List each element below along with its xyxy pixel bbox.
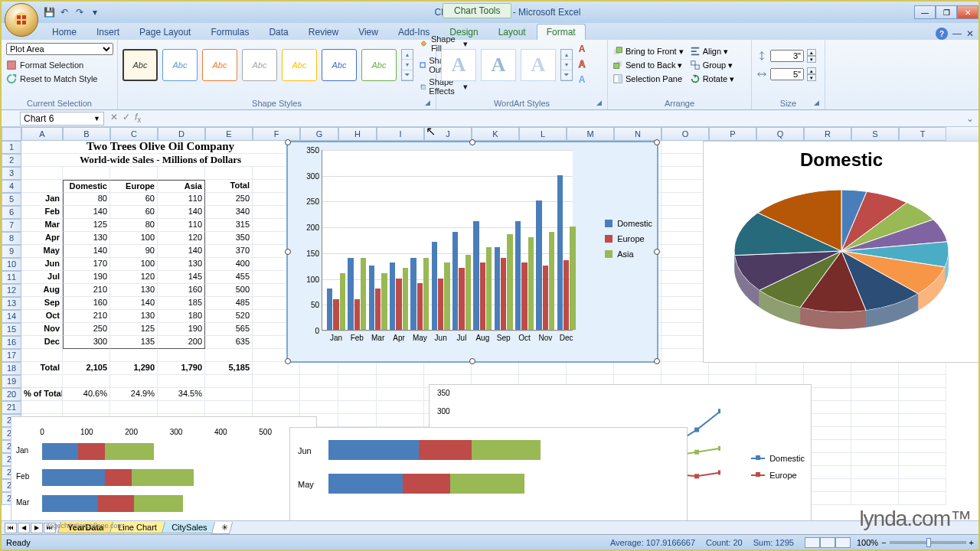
cell[interactable]: [662, 297, 709, 310]
cell[interactable]: 485: [205, 297, 253, 310]
shape-style-swatch[interactable]: Abc: [242, 49, 277, 81]
cell[interactable]: Feb: [21, 206, 63, 219]
cell[interactable]: [253, 362, 300, 375]
cell[interactable]: [110, 167, 158, 180]
shape-style-swatch[interactable]: Abc: [322, 49, 357, 81]
cell[interactable]: 40.6%: [63, 388, 110, 401]
rotate-button[interactable]: Rotate ▾: [690, 73, 734, 84]
cell[interactable]: [63, 401, 110, 414]
close-button[interactable]: ✕: [957, 5, 978, 19]
shape-style-swatch[interactable]: Abc: [202, 49, 237, 81]
name-box[interactable]: Chart 6▼: [20, 112, 104, 126]
cell[interactable]: 130: [110, 310, 158, 323]
tab-formulas[interactable]: Formulas: [201, 24, 258, 40]
cell[interactable]: [804, 362, 851, 375]
cell[interactable]: 190: [63, 271, 110, 284]
chart-title[interactable]: Domestic: [704, 142, 978, 178]
text-effects-icon[interactable]: A: [576, 74, 588, 86]
cell[interactable]: [662, 349, 709, 362]
shape-style-swatch[interactable]: Abc: [122, 49, 158, 81]
column-header[interactable]: C: [110, 127, 158, 141]
column-header[interactable]: G: [300, 127, 338, 141]
tab-next-icon[interactable]: ▶: [31, 523, 43, 533]
cell[interactable]: 200: [158, 336, 205, 349]
cell[interactable]: 350: [205, 232, 253, 245]
cell[interactable]: 455: [205, 271, 253, 284]
cell[interactable]: 160: [158, 284, 205, 297]
text-outline-icon[interactable]: A: [576, 59, 588, 71]
cell[interactable]: [662, 193, 709, 206]
row-header[interactable]: 5: [2, 193, 21, 206]
cell[interactable]: 190: [158, 323, 205, 336]
shape-style-swatch[interactable]: Abc: [282, 49, 317, 81]
cell[interactable]: [338, 401, 377, 414]
cell[interactable]: [110, 401, 158, 414]
cell[interactable]: 520: [205, 310, 253, 323]
cell[interactable]: [662, 336, 709, 349]
cell[interactable]: [338, 388, 377, 401]
cell[interactable]: 130: [158, 258, 205, 271]
row-header[interactable]: 7: [2, 219, 21, 232]
cell[interactable]: [519, 362, 567, 375]
cell[interactable]: 120: [158, 232, 205, 245]
row-header[interactable]: 4: [2, 180, 21, 193]
tab-home[interactable]: Home: [43, 24, 86, 40]
cell[interactable]: [253, 388, 300, 401]
chart-pie-domestic[interactable]: Domestic: [703, 141, 978, 363]
dialog-launcher-icon[interactable]: ◢: [814, 99, 823, 108]
cell[interactable]: Asia: [158, 180, 205, 193]
shape-style-swatch[interactable]: Abc: [361, 49, 397, 81]
cell[interactable]: [899, 479, 946, 492]
cell[interactable]: World-wide Sales - Millions of Dollars: [21, 154, 300, 167]
cell[interactable]: Total: [205, 180, 253, 193]
cell[interactable]: 140: [158, 206, 205, 219]
send-to-back-button[interactable]: Send to Back ▾: [612, 60, 684, 70]
column-header[interactable]: H: [338, 127, 377, 141]
spin-down-icon[interactable]: ▾: [807, 74, 816, 81]
cell[interactable]: [158, 375, 205, 388]
tab-review[interactable]: Review: [299, 24, 348, 40]
chart-stacked-bar-top[interactable]: 0100200300400500600JanFebMar: [11, 416, 317, 531]
tab-data[interactable]: Data: [260, 24, 297, 40]
cell[interactable]: [300, 388, 338, 401]
cell[interactable]: [899, 401, 946, 414]
cell[interactable]: [756, 362, 804, 375]
doc-minimize-icon[interactable]: —: [952, 28, 962, 39]
cell[interactable]: [851, 440, 899, 453]
cell[interactable]: [662, 180, 709, 193]
cell[interactable]: [899, 440, 946, 453]
cell[interactable]: [377, 362, 424, 375]
cell[interactable]: [21, 349, 63, 362]
cell[interactable]: 100: [110, 232, 158, 245]
text-fill-icon[interactable]: A: [576, 44, 588, 56]
cell[interactable]: [253, 375, 300, 388]
undo-icon[interactable]: ↶: [58, 6, 70, 18]
chart-element-selector[interactable]: Plot Area: [6, 43, 113, 55]
cell[interactable]: Two Trees Olive Oil Company: [21, 141, 300, 154]
cancel-formula-icon[interactable]: ✕: [110, 112, 118, 124]
cell[interactable]: [205, 388, 253, 401]
group-button[interactable]: Group ▾: [690, 60, 734, 70]
cell[interactable]: 110: [158, 193, 205, 206]
row-header[interactable]: 19: [2, 375, 21, 388]
align-button[interactable]: Align ▾: [690, 46, 734, 57]
cell[interactable]: 135: [110, 336, 158, 349]
cell[interactable]: [205, 167, 253, 180]
column-header[interactable]: R: [804, 127, 851, 141]
cell[interactable]: 120: [110, 271, 158, 284]
cell[interactable]: [158, 349, 205, 362]
cell[interactable]: 565: [205, 323, 253, 336]
cell[interactable]: [158, 401, 205, 414]
cell[interactable]: Total: [21, 362, 63, 375]
cell[interactable]: [300, 362, 338, 375]
expand-formula-bar-icon[interactable]: ⌄: [962, 113, 978, 124]
cell[interactable]: [851, 362, 899, 375]
cell[interactable]: 370: [205, 245, 253, 258]
row-header[interactable]: 12: [2, 284, 21, 297]
cell[interactable]: [472, 362, 519, 375]
row-header[interactable]: 2: [2, 154, 21, 167]
zoom-slider[interactable]: [890, 541, 966, 544]
column-header[interactable]: S: [851, 127, 899, 141]
cell[interactable]: [662, 362, 709, 375]
spin-down-icon[interactable]: ▾: [807, 56, 816, 63]
